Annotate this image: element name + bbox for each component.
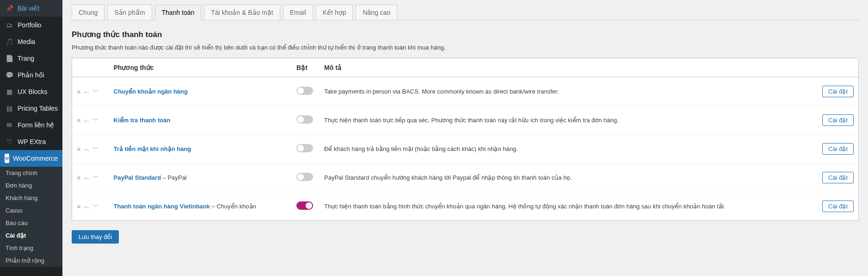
page-icon: 📄 xyxy=(5,54,14,63)
method-suffix: – PayPal xyxy=(161,174,187,181)
sidebar-item-pages[interactable]: 📄Trang xyxy=(0,50,62,67)
method-suffix: – Chuyển khoản xyxy=(210,203,256,210)
method-link[interactable]: PayPal Standard xyxy=(114,174,161,181)
enable-toggle[interactable] xyxy=(296,201,313,210)
table-row: ≡ ︿ ﹀ Chuyển khoản ngân hàng Take paymen… xyxy=(72,77,859,106)
table-row: ≡ ︿ ﹀ Thanh toán ngân hàng Vietinbank – … xyxy=(72,192,859,221)
enable-toggle[interactable] xyxy=(296,87,313,95)
submenu-settings[interactable]: Cài đặt xyxy=(0,229,62,242)
method-link[interactable]: Trả tiền mặt khi nhận hàng xyxy=(114,145,191,152)
section-title: Phương thức thanh toán xyxy=(72,30,859,39)
drag-handle-icon[interactable]: ≡ xyxy=(77,117,80,124)
portfolio-icon: 🗂 xyxy=(5,20,14,30)
sidebar-item-comments[interactable]: 💬Phản hồi xyxy=(0,67,62,83)
move-down-icon[interactable]: ﹀ xyxy=(92,174,99,182)
sidebar-item-forms[interactable]: ✉Form liên hệ xyxy=(0,117,62,133)
enable-toggle[interactable] xyxy=(296,115,313,124)
col-action xyxy=(813,58,859,77)
payment-methods-table: Phương thức Bật Mô tả ≡ ︿ ﹀ Chuyển khoản… xyxy=(72,58,859,221)
method-desc: Take payments in person via BACS. More c… xyxy=(320,77,812,106)
sidebar-item-media[interactable]: 🎵Media xyxy=(0,33,62,50)
method-link[interactable]: Chuyển khoản ngân hàng xyxy=(114,88,188,95)
drag-handle-icon[interactable]: ≡ xyxy=(77,145,80,153)
move-down-icon[interactable]: ﹀ xyxy=(92,202,99,211)
move-up-icon[interactable]: ︿ xyxy=(83,116,90,125)
drag-handle-icon[interactable]: ≡ xyxy=(77,203,80,210)
method-link[interactable]: Thanh toán ngân hàng Vietinbank xyxy=(114,203,210,210)
col-enable: Bật xyxy=(292,58,320,77)
submenu-home[interactable]: Trang chính xyxy=(0,167,62,179)
setup-button[interactable]: Cài đặt xyxy=(822,172,854,183)
table-row: ≡ ︿ ﹀ Trả tiền mặt khi nhận hàng Để khác… xyxy=(72,135,859,163)
method-desc: Để khách hàng trả bằng tiền mặt (hoặc bằ… xyxy=(320,135,812,163)
table-row: ≡ ︿ ﹀ PayPal Standard – PayPal PayPal St… xyxy=(72,163,859,192)
setup-button[interactable]: Cài đặt xyxy=(822,86,854,97)
pin-icon: 📌 xyxy=(5,4,14,13)
settings-tabs: Chung Sản phẩm Thanh toán Tài khoản & Bả… xyxy=(72,5,859,20)
main-content: Chung Sản phẩm Thanh toán Tài khoản & Bả… xyxy=(62,0,868,276)
tab-accounts[interactable]: Tài khoản & Bảo mật xyxy=(204,5,280,20)
save-button[interactable]: Lưu thay đổi xyxy=(72,230,119,244)
move-down-icon[interactable]: ﹀ xyxy=(92,145,99,153)
tab-payments[interactable]: Thanh toán xyxy=(155,5,202,20)
move-down-icon[interactable]: ﹀ xyxy=(92,116,99,125)
woocommerce-submenu: Trang chính Đơn hàng Khách hàng Casso Bá… xyxy=(0,167,62,267)
sidebar-item-uxblocks[interactable]: ▦UX Blocks xyxy=(0,83,62,100)
admin-sidebar: 📌Bài viết 🗂Portfolio 🎵Media 📄Trang 💬Phản… xyxy=(0,0,62,276)
enable-toggle[interactable] xyxy=(296,144,313,152)
submenu-status[interactable]: Tình trạng xyxy=(0,242,62,254)
tab-advanced[interactable]: Nâng cao xyxy=(356,5,397,20)
sidebar-item-pricing[interactable]: ▤Pricing Tables xyxy=(0,100,62,117)
woo-icon: W xyxy=(5,154,9,163)
blocks-icon: ▦ xyxy=(5,87,14,96)
submenu-casso[interactable]: Casso xyxy=(0,204,62,217)
move-up-icon[interactable]: ︿ xyxy=(83,145,90,153)
mail-icon: ✉ xyxy=(5,120,14,130)
col-sort xyxy=(72,58,109,77)
move-up-icon[interactable]: ︿ xyxy=(83,202,90,211)
setup-button[interactable]: Cài đặt xyxy=(822,143,854,155)
tab-integration[interactable]: Kết hợp xyxy=(316,5,353,20)
sidebar-item-posts[interactable]: 📌Bài viết xyxy=(0,0,62,17)
submenu-customers[interactable]: Khách hàng xyxy=(0,192,62,204)
drag-handle-icon[interactable]: ≡ xyxy=(77,88,80,95)
method-link[interactable]: Kiểm tra thanh toán xyxy=(114,117,171,124)
submenu-reports[interactable]: Báo cáo xyxy=(0,217,62,229)
method-desc: Thực hiện thanh toán bằng hình thức chuy… xyxy=(320,192,812,221)
col-desc: Mô tả xyxy=(320,58,812,77)
method-desc: PayPal Standard chuyển hướng khách hàng … xyxy=(320,163,812,192)
method-desc: Thực hiện thanh toán trực tiếp qua séc. … xyxy=(320,106,812,135)
tables-icon: ▤ xyxy=(5,104,14,113)
sidebar-item-woocommerce[interactable]: WWooCommerce xyxy=(0,150,62,167)
move-down-icon[interactable]: ﹀ xyxy=(92,88,99,96)
col-method: Phương thức xyxy=(109,58,292,77)
heart-icon: ♡ xyxy=(5,137,14,146)
setup-button[interactable]: Cài đặt xyxy=(822,201,854,212)
sidebar-item-wpextra[interactable]: ♡WP EXtra xyxy=(0,133,62,150)
tab-email[interactable]: Email xyxy=(283,5,313,20)
setup-button[interactable]: Cài đặt xyxy=(822,114,854,126)
drag-handle-icon[interactable]: ≡ xyxy=(77,174,80,182)
move-up-icon[interactable]: ︿ xyxy=(83,174,90,182)
table-row: ≡ ︿ ﹀ Kiểm tra thanh toán Thực hiện than… xyxy=(72,106,859,135)
comment-icon: 💬 xyxy=(5,70,14,80)
move-up-icon[interactable]: ︿ xyxy=(83,88,90,96)
sidebar-item-portfolio[interactable]: 🗂Portfolio xyxy=(0,17,62,33)
tab-products[interactable]: Sản phẩm xyxy=(107,5,152,20)
section-desc: Phương thức thanh toán nào được cài đặt … xyxy=(72,44,859,51)
enable-toggle[interactable] xyxy=(296,173,313,181)
submenu-orders[interactable]: Đơn hàng xyxy=(0,179,62,192)
submenu-extensions[interactable]: Phần mở rộng xyxy=(0,254,62,267)
media-icon: 🎵 xyxy=(5,37,14,46)
tab-general[interactable]: Chung xyxy=(72,5,105,20)
